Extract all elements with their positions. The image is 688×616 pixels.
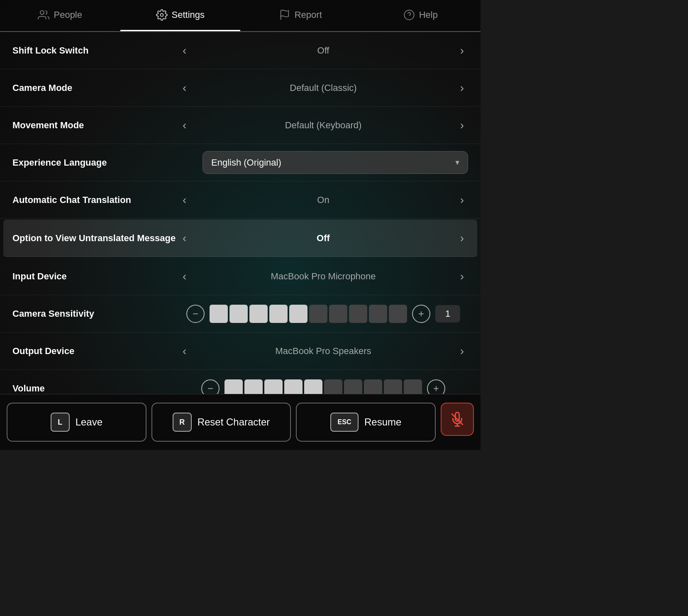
segment-7: [329, 305, 347, 323]
nav-help-label: Help: [419, 10, 438, 20]
view-untranslated-next[interactable]: ›: [456, 230, 468, 246]
vol-segment-10: [404, 379, 422, 394]
camera-sensitivity-segments: [210, 305, 407, 323]
language-dropdown-wrapper: English (Original) Spanish French German…: [202, 151, 468, 174]
segment-9: [369, 305, 387, 323]
volume-control: − +: [178, 379, 468, 394]
segment-1: [210, 305, 228, 323]
camera-mode-prev[interactable]: ‹: [178, 80, 190, 96]
volume-segments: [224, 379, 422, 394]
vol-segment-5: [304, 379, 322, 394]
settings-content: Shift Lock Switch ‹ Off › Camera Mode ‹ …: [0, 32, 481, 394]
svg-point-3: [404, 10, 414, 20]
vol-segment-6: [324, 379, 342, 394]
setting-shift-lock: Shift Lock Switch ‹ Off ›: [0, 32, 481, 69]
segment-6: [309, 305, 327, 323]
volume-increase[interactable]: +: [427, 379, 445, 394]
vol-segment-4: [284, 379, 303, 394]
people-icon: [38, 9, 49, 21]
shift-lock-prev[interactable]: ‹: [178, 43, 190, 59]
vol-segment-8: [364, 379, 382, 394]
leave-key-badge: L: [51, 413, 70, 432]
setting-output-device: Output Device ‹ MacBook Pro Speakers ›: [0, 332, 481, 370]
nav-report[interactable]: Report: [240, 0, 361, 31]
nav-help[interactable]: Help: [361, 0, 481, 31]
input-device-control: ‹ MacBook Pro Microphone ›: [178, 269, 468, 284]
svg-point-1: [160, 14, 163, 17]
resume-key-badge: ESC: [330, 413, 359, 432]
nav-people[interactable]: People: [0, 0, 120, 31]
top-nav: People Settings Report Help: [0, 0, 481, 32]
input-device-value: MacBook Pro Microphone: [199, 271, 447, 282]
nav-settings[interactable]: Settings: [120, 0, 241, 31]
movement-mode-prev[interactable]: ‹: [178, 117, 190, 133]
settings-icon: [156, 9, 168, 21]
vol-segment-1: [224, 379, 243, 394]
resume-label: Resume: [364, 416, 401, 428]
auto-chat-translation-prev[interactable]: ‹: [178, 192, 190, 208]
auto-chat-translation-next[interactable]: ›: [456, 192, 468, 208]
reset-key-badge: R: [173, 413, 192, 432]
view-untranslated-control: ‹ Off ›: [178, 230, 468, 246]
input-device-prev[interactable]: ‹: [178, 269, 190, 284]
setting-volume: Volume − +: [0, 370, 481, 394]
vol-segment-9: [384, 379, 402, 394]
shift-lock-control: ‹ Off ›: [178, 43, 468, 59]
camera-mode-value: Default (Classic): [199, 83, 447, 93]
language-dropdown[interactable]: English (Original) Spanish French German…: [202, 151, 468, 174]
view-untranslated-prev[interactable]: ‹: [178, 230, 190, 246]
experience-language-label: Experience Language: [12, 157, 178, 168]
camera-mode-label: Camera Mode: [12, 83, 178, 93]
output-device-next[interactable]: ›: [456, 343, 468, 359]
input-device-next[interactable]: ›: [456, 269, 468, 284]
camera-sensitivity-label: Camera Sensitivity: [12, 308, 178, 319]
mic-button[interactable]: [441, 403, 474, 436]
mic-icon: [450, 412, 465, 427]
nav-report-label: Report: [295, 10, 322, 20]
volume-decrease[interactable]: −: [201, 379, 220, 394]
segment-2: [229, 305, 248, 323]
setting-camera-mode: Camera Mode ‹ Default (Classic) ›: [0, 69, 481, 107]
shift-lock-label: Shift Lock Switch: [12, 45, 178, 56]
vol-segment-7: [344, 379, 362, 394]
setting-movement-mode: Movement Mode ‹ Default (Keyboard) ›: [0, 107, 481, 144]
shift-lock-next[interactable]: ›: [456, 43, 468, 59]
movement-mode-control: ‹ Default (Keyboard) ›: [178, 117, 468, 133]
shift-lock-value: Off: [199, 45, 447, 56]
volume-label: Volume: [12, 383, 178, 394]
movement-mode-value: Default (Keyboard): [199, 120, 447, 131]
resume-button[interactable]: ESC Resume: [296, 403, 436, 442]
setting-experience-language: Experience Language English (Original) S…: [0, 144, 481, 181]
camera-mode-control: ‹ Default (Classic) ›: [178, 80, 468, 96]
vol-segment-3: [264, 379, 283, 394]
segment-8: [349, 305, 367, 323]
reset-character-button[interactable]: R Reset Character: [151, 403, 291, 442]
auto-chat-translation-control: ‹ On ›: [178, 192, 468, 208]
camera-sensitivity-value: 1: [435, 305, 460, 323]
segment-5: [289, 305, 307, 323]
output-device-control: ‹ MacBook Pro Speakers ›: [178, 343, 468, 359]
setting-view-untranslated: Option to View Untranslated Message ‹ Of…: [3, 220, 477, 257]
movement-mode-next[interactable]: ›: [456, 117, 468, 133]
view-untranslated-value: Off: [199, 233, 447, 244]
setting-input-device: Input Device ‹ MacBook Pro Microphone ›: [0, 258, 481, 295]
camera-sensitivity-control: − + 1: [178, 305, 468, 323]
svg-point-0: [40, 11, 44, 15]
auto-chat-translation-label: Automatic Chat Translation: [12, 195, 178, 205]
app-container: People Settings Report Help: [0, 0, 481, 450]
camera-sensitivity-decrease[interactable]: −: [186, 305, 205, 323]
help-icon: [403, 9, 415, 21]
auto-chat-translation-value: On: [199, 195, 447, 205]
vol-segment-2: [244, 379, 263, 394]
camera-mode-next[interactable]: ›: [456, 80, 468, 96]
setting-camera-sensitivity: Camera Sensitivity − + 1: [0, 295, 481, 332]
reset-label: Reset Character: [198, 416, 270, 428]
input-device-label: Input Device: [12, 271, 178, 282]
leave-button[interactable]: L Leave: [7, 403, 146, 442]
segment-10: [389, 305, 407, 323]
segment-3: [249, 305, 268, 323]
output-device-prev[interactable]: ‹: [178, 343, 190, 359]
camera-sensitivity-increase[interactable]: +: [412, 305, 430, 323]
report-icon: [279, 9, 290, 21]
nav-people-label: People: [54, 10, 82, 20]
